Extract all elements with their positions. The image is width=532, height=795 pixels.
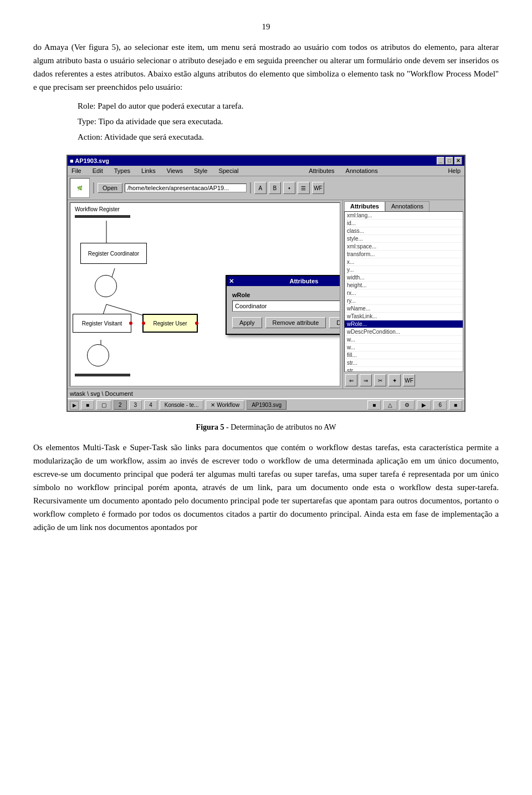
tray-clock: 6	[433, 400, 447, 410]
bottom-sync-bar	[75, 374, 130, 376]
attr-x[interactable]: x...	[345, 258, 463, 266]
attr-str1[interactable]: str...	[345, 359, 463, 367]
attr-wdescprecondition[interactable]: wDescPreCondition...	[345, 328, 463, 336]
attr-width[interactable]: width...	[345, 274, 463, 282]
right-panel: Attributes Annotations xml:lang... id...…	[342, 200, 464, 389]
start-icon[interactable]: ▶	[70, 401, 79, 410]
attr-transform[interactable]: transform...	[345, 251, 463, 258]
menu-style[interactable]: Style	[192, 167, 209, 175]
attr-fill[interactable]: fill...	[345, 351, 463, 359]
caption-bold: Figura 5	[196, 423, 224, 431]
attr-y[interactable]: y...	[345, 266, 463, 274]
attr-wname[interactable]: wName...	[345, 305, 463, 313]
toolbar-icon-2[interactable]: B	[269, 182, 281, 194]
task-num-2[interactable]: 2	[114, 400, 127, 410]
maximize-btn[interactable]: □	[446, 157, 453, 165]
canvas-area: Workflow Register Register Coordinator R…	[70, 202, 340, 386]
attr-w1[interactable]: w...	[345, 336, 463, 344]
task-icon-2[interactable]: ▢	[96, 400, 111, 410]
done-button[interactable]: Done	[329, 317, 340, 328]
menu-special[interactable]: Special	[217, 167, 240, 175]
logo-area: 🌿	[70, 178, 90, 198]
attributes-dialog: ✕ Attributes _ □ ✕ wRole Apply Remove at…	[226, 275, 340, 335]
task-icon-1[interactable]: ■	[81, 400, 94, 410]
attr-xmllang[interactable]: xml:lang...	[345, 212, 463, 220]
main-area: Workflow Register Register Coordinator R…	[68, 200, 464, 389]
rt-icon-1[interactable]: ⇐	[345, 374, 357, 386]
tab-annotations[interactable]: Annotations	[385, 201, 429, 211]
minimize-btn[interactable]: _	[437, 157, 444, 165]
dialog-title-icon: ✕	[229, 278, 234, 285]
rt-icon-4[interactable]: ✦	[388, 374, 401, 386]
list-item-action: Action: Atividade que será executada.	[78, 130, 499, 144]
amaya-screenshot: ■ AP1903.svg _ □ ✕ File Edit Types Links…	[66, 155, 466, 412]
task-konsole[interactable]: Konsole - te...	[160, 400, 204, 410]
dialog-buttons: Apply Remove attribute Done	[232, 317, 340, 328]
attr-height[interactable]: height...	[345, 282, 463, 289]
attr-class[interactable]: class...	[345, 227, 463, 235]
task-ap1903[interactable]: AP1903.svg	[247, 400, 287, 410]
attr-id[interactable]: id...	[345, 220, 463, 227]
open-button[interactable]: Open	[98, 183, 122, 193]
menu-help[interactable]: Help	[446, 167, 462, 175]
toolbar-icon-1[interactable]: A	[254, 182, 267, 194]
tray-icon-2[interactable]: △	[383, 400, 397, 410]
top-sync-bar	[75, 215, 130, 218]
body-paragraph-2: Os elementos Multi-Task e Super-Task são…	[33, 441, 499, 534]
tray-icon-5[interactable]: ■	[449, 400, 462, 410]
tray-icon-3[interactable]: ⚙	[400, 400, 415, 410]
apply-button[interactable]: Apply	[232, 317, 262, 328]
menu-links[interactable]: Links	[140, 167, 157, 175]
menu-bar: File Edit Types Links Views Style Specia…	[68, 166, 464, 176]
menu-attributes[interactable]: Attributes	[307, 167, 336, 175]
menu-views[interactable]: Views	[165, 167, 185, 175]
attr-wtasklink[interactable]: wTaskLink...	[345, 313, 463, 320]
attr-str2[interactable]: str...	[345, 367, 463, 372]
tab-attributes[interactable]: Attributes	[344, 201, 385, 211]
taskbar: ▶ ■ ▢ 2 3 4 Konsole - te... ✕ Workflow A…	[68, 398, 464, 411]
menu-file[interactable]: File	[70, 167, 83, 175]
rt-icon-2[interactable]: ⇒	[360, 374, 372, 386]
window-title: ■ AP1903.svg	[70, 157, 109, 164]
rt-icon-3[interactable]: ✂	[374, 374, 386, 386]
task-num-4[interactable]: 4	[144, 400, 157, 410]
menu-annotations[interactable]: Annotations	[344, 167, 380, 175]
list-item-type: Type: Tipo da atividade que sera executa…	[78, 115, 499, 128]
attr-style[interactable]: style...	[345, 235, 463, 243]
attr-rx[interactable]: rx...	[345, 289, 463, 297]
toolbar-icon-5[interactable]: WF	[312, 182, 324, 194]
path-input[interactable]	[125, 184, 247, 192]
user-dot-left	[142, 322, 145, 325]
attr-xmlspace[interactable]: xml:space...	[345, 243, 463, 251]
dialog-field-label: wRole	[232, 292, 340, 298]
register-visitant-rect[interactable]: Register Visitant	[73, 314, 131, 333]
close-btn[interactable]: ✕	[454, 157, 462, 165]
status-bar: wtask \ svg \ Document	[68, 389, 464, 398]
remove-attribute-button[interactable]: Remove attribute	[265, 317, 326, 328]
rt-icon-5[interactable]: WF	[403, 374, 415, 386]
circle2	[87, 344, 109, 366]
toolbar-sep-2	[250, 182, 251, 193]
task-num-3[interactable]: 3	[129, 400, 142, 410]
menu-types[interactable]: Types	[112, 167, 132, 175]
tray-icon-4[interactable]: ▶	[417, 400, 431, 410]
caption-text: - Determinação de atributos no AW	[224, 423, 336, 431]
attr-w2[interactable]: w...	[345, 344, 463, 351]
status-text: wtask \ svg \ Document	[70, 390, 133, 397]
title-bar: ■ AP1903.svg _ □ ✕	[68, 156, 464, 166]
tray-icon-1[interactable]: ■	[367, 400, 381, 410]
register-user-rect[interactable]: Register User	[142, 314, 198, 333]
indented-list: Role: Papel do autor que poderá executar…	[78, 99, 499, 144]
attr-wrole[interactable]: wRole...	[345, 320, 463, 328]
register-coordinator-rect[interactable]: Register Coordinator	[80, 243, 147, 264]
wf-label: Workflow Register	[75, 206, 120, 212]
intro-text: do Amaya (Ver figura 5), ao selecionar e…	[33, 40, 499, 94]
menu-edit[interactable]: Edit	[91, 167, 105, 175]
attr-ry[interactable]: ry...	[345, 297, 463, 305]
toolbar-icon-4[interactable]: ☰	[298, 182, 310, 194]
toolbar-icon-3[interactable]: •	[283, 182, 295, 194]
dialog-field-input[interactable]	[232, 300, 340, 312]
task-workflow[interactable]: ✕ Workflow	[206, 400, 244, 410]
right-attr-toolbar: ⇐ ⇒ ✂ ✦ WF	[343, 372, 464, 389]
figure-caption: Figura 5 - Determinação de atributos no …	[33, 423, 499, 432]
